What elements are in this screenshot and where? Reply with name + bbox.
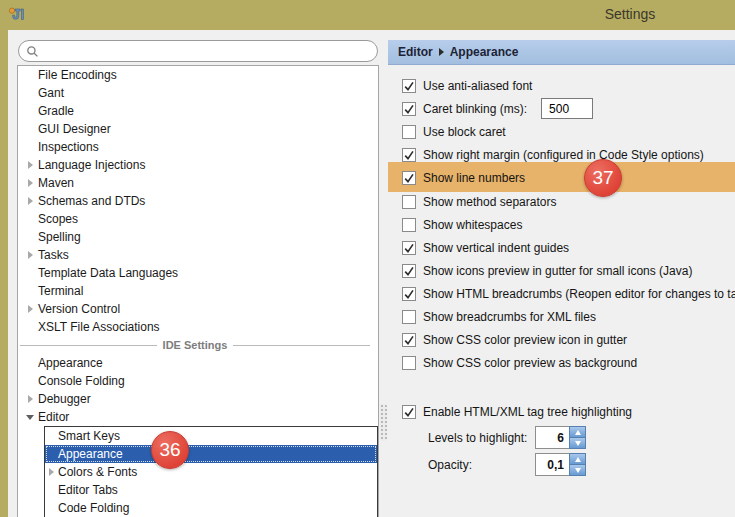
checkbox-show-right-margin-configured-in-code-sty[interactable] xyxy=(402,148,416,162)
settings-search[interactable] xyxy=(18,40,378,62)
settings-row-show-whitespaces: Show whitespaces xyxy=(388,213,735,236)
tree-collapsed-icon[interactable] xyxy=(45,468,58,476)
checkbox-show-whitespaces[interactable] xyxy=(402,218,416,232)
settings-tree: File EncodingsGantGradleGUI DesignerInsp… xyxy=(17,65,379,517)
spin-down-button[interactable] xyxy=(570,465,585,475)
sidebar-item-terminal[interactable]: Terminal xyxy=(18,282,378,300)
tree-collapsed-icon[interactable] xyxy=(22,197,38,205)
sidebar-item-scopes[interactable]: Scopes xyxy=(18,210,378,228)
sidebar-item-gui-designer[interactable]: GUI Designer xyxy=(18,120,378,138)
spinner-levels-to-highlight[interactable]: 6 xyxy=(535,426,586,449)
setting-label: Show HTML breadcrumbs (Reopen editor for… xyxy=(423,287,735,301)
sidebar-item-label: Inspections xyxy=(38,140,99,154)
checkbox-show-vertical-indent-guides[interactable] xyxy=(402,241,416,255)
down-arrow-icon xyxy=(575,468,581,473)
sidebar-item-language-injections[interactable]: Language Injections xyxy=(18,156,378,174)
checkbox-show-css-color-preview-as-background[interactable] xyxy=(402,356,416,370)
sidebar-item-label: Scopes xyxy=(38,212,78,226)
setting-label: Opacity: xyxy=(428,458,472,472)
tree-collapsed-icon[interactable] xyxy=(22,161,38,169)
sidebar-item-label: Gant xyxy=(38,86,64,100)
tree-collapsed-icon[interactable] xyxy=(22,251,38,259)
sidebar-item-editor-tabs[interactable]: Editor Tabs xyxy=(45,481,377,499)
spinner-buttons xyxy=(569,453,586,476)
tree-scrollbar-thumb[interactable] xyxy=(380,404,387,441)
sidebar-item-label: File Encodings xyxy=(38,68,117,82)
settings-row-enable-html-xml-tag-tree-highlighting: Enable HTML/XML tag tree highlighting xyxy=(388,400,735,423)
checkbox-show-line-numbers[interactable] xyxy=(402,171,416,185)
caret-blinking-input[interactable] xyxy=(541,98,593,119)
checkmark-icon xyxy=(403,149,415,161)
checkbox-show-css-color-preview-icon-in-gutter[interactable] xyxy=(402,333,416,347)
sidebar-item-file-encodings[interactable]: File Encodings xyxy=(18,66,378,84)
breadcrumb-arrow-icon xyxy=(439,48,444,56)
sidebar-item-version-control[interactable]: Version Control xyxy=(18,300,378,318)
sidebar-item-debugger[interactable]: Debugger xyxy=(18,390,378,408)
settings-row-show-right-margin-configured-in-code-sty: Show right margin (configured in Code St… xyxy=(388,143,735,166)
settings-row-show-css-color-preview-icon-in-gutter: Show CSS color preview icon in gutter xyxy=(388,328,735,351)
sidebar-item-schemas-and-dtds[interactable]: Schemas and DTDs xyxy=(18,192,378,210)
checkmark-icon xyxy=(403,288,415,300)
setting-label: Show CSS color preview as background xyxy=(423,356,637,370)
titlebar: Settings xyxy=(0,0,735,30)
checkbox-show-html-breadcrumbs-reopen-editor-for-[interactable] xyxy=(402,287,416,301)
setting-label: Show icons preview in gutter for small i… xyxy=(423,264,692,278)
tree-collapsed-icon[interactable] xyxy=(22,395,38,403)
sidebar-item-template-data-languages[interactable]: Template Data Languages xyxy=(18,264,378,282)
checkbox-use-anti-aliased-font[interactable] xyxy=(402,79,416,93)
sidebar-item-inspections[interactable]: Inspections xyxy=(18,138,378,156)
sidebar-item-tasks[interactable]: Tasks xyxy=(18,246,378,264)
dialog-body: File EncodingsGantGradleGUI DesignerInsp… xyxy=(8,30,735,517)
setting-label: Levels to highlight: xyxy=(428,431,527,445)
setting-label: Show method separators xyxy=(423,195,556,209)
spinner-value[interactable]: 0,1 xyxy=(535,453,569,476)
search-input[interactable] xyxy=(43,43,377,59)
editor-appearance-panel: Editor Appearance Use anti-aliased fontC… xyxy=(388,40,735,517)
settings-row-caret-blinking-ms: Caret blinking (ms): xyxy=(388,97,735,120)
sidebar-item-smart-keys[interactable]: Smart Keys xyxy=(45,427,377,445)
tree-collapsed-icon[interactable] xyxy=(22,179,38,187)
checkbox-show-icons-preview-in-gutter-for-small-i[interactable] xyxy=(402,264,416,278)
sidebar-item-xslt-file-associations[interactable]: XSLT File Associations xyxy=(18,318,378,336)
spin-up-button[interactable] xyxy=(570,427,585,438)
checkbox-enable-html-xml-tag-tree-highlighting[interactable] xyxy=(402,405,416,419)
checkbox-caret-blinking-ms[interactable] xyxy=(402,102,416,116)
down-arrow-icon xyxy=(575,441,581,446)
spinner-value[interactable]: 6 xyxy=(535,426,569,449)
setting-label: Enable HTML/XML tag tree highlighting xyxy=(423,405,632,419)
tree-collapsed-icon[interactable] xyxy=(22,305,38,313)
settings-row-show-icons-preview-in-gutter-for-small-i: Show icons preview in gutter for small i… xyxy=(388,259,735,282)
settings-row-opacity: Opacity:0,1 xyxy=(388,453,735,476)
sidebar-item-label: Spelling xyxy=(38,230,81,244)
settings-row-use-anti-aliased-font: Use anti-aliased font xyxy=(388,74,735,97)
sidebar-item-code-folding[interactable]: Code Folding xyxy=(45,499,377,517)
sidebar-item-editor[interactable]: Editor xyxy=(18,408,378,426)
sidebar-item-label: Smart Keys xyxy=(58,429,120,443)
spin-down-button[interactable] xyxy=(570,438,585,448)
sidebar-item-console-folding[interactable]: Console Folding xyxy=(18,372,378,390)
setting-label: Show breadcrumbs for XML files xyxy=(423,310,596,324)
sidebar-item-maven[interactable]: Maven xyxy=(18,174,378,192)
sidebar-item-label: Maven xyxy=(38,176,74,190)
checkbox-use-block-caret[interactable] xyxy=(402,125,416,139)
annotation-badge-37: 37 xyxy=(584,159,622,197)
sidebar-item-gant[interactable]: Gant xyxy=(18,84,378,102)
sidebar-item-spelling[interactable]: Spelling xyxy=(18,228,378,246)
checkbox-show-breadcrumbs-for-xml-files[interactable] xyxy=(402,310,416,324)
checkmark-icon xyxy=(403,80,415,92)
sidebar-item-appearance[interactable]: Appearance xyxy=(18,354,378,372)
sidebar-item-appearance[interactable]: Appearance xyxy=(45,445,377,463)
spin-up-button[interactable] xyxy=(570,454,585,465)
sidebar-item-gradle[interactable]: Gradle xyxy=(18,102,378,120)
sidebar-item-label: Tasks xyxy=(38,248,69,262)
checkmark-icon xyxy=(403,103,415,115)
sidebar-item-label: GUI Designer xyxy=(38,122,111,136)
sidebar-item-label: XSLT File Associations xyxy=(38,320,160,334)
sidebar-item-label: Debugger xyxy=(38,392,91,406)
sidebar-item-label: Editor xyxy=(38,410,69,424)
tree-expanded-icon[interactable] xyxy=(22,415,38,420)
checkbox-show-method-separators[interactable] xyxy=(402,195,416,209)
setting-label: Show CSS color preview icon in gutter xyxy=(423,333,627,347)
sidebar-item-colors-fonts[interactable]: Colors & Fonts xyxy=(45,463,377,481)
spinner-opacity[interactable]: 0,1 xyxy=(535,453,586,476)
